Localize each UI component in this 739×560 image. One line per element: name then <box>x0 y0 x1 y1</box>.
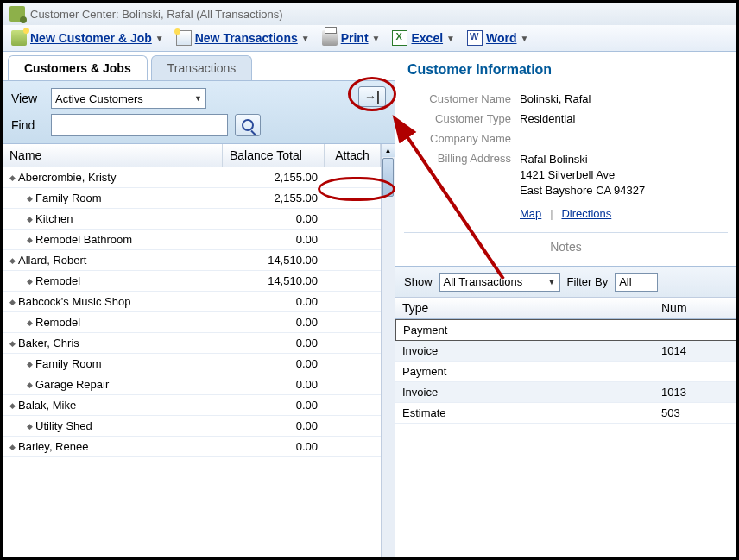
window-title: Customer Center: Bolinski, Rafal (All Tr… <box>30 8 283 21</box>
directions-link[interactable]: Directions <box>561 207 611 220</box>
main-toolbar: New Customer & Job ▼ New Transactions ▼ … <box>3 25 736 52</box>
view-select[interactable]: Active Customers ▼ <box>51 88 206 109</box>
dropdown-arrow-icon: ▼ <box>520 34 528 43</box>
dropdown-arrow-icon: ▼ <box>548 278 556 286</box>
diamond-icon: ◆ <box>9 401 16 410</box>
transaction-row[interactable]: Payment <box>395 319 736 341</box>
transaction-row[interactable]: Estimate503 <box>395 403 736 424</box>
transaction-row[interactable]: Invoice1013 <box>395 382 736 403</box>
customer-row[interactable]: ◆Family Room2,155.00 <box>3 188 381 209</box>
print-button[interactable]: Print ▼ <box>322 30 381 46</box>
diamond-icon: ◆ <box>27 318 33 327</box>
customer-row[interactable]: ◆Balak, Mike0.00 <box>3 395 381 416</box>
customer-row[interactable]: ◆Family Room0.00 <box>3 354 381 374</box>
label-customer-name: Customer Name <box>407 92 511 105</box>
new-customer-icon <box>11 30 27 46</box>
diamond-icon: ◆ <box>9 339 16 348</box>
customer-row[interactable]: ◆Garage Repair0.00 <box>3 374 381 395</box>
word-icon <box>467 30 483 46</box>
new-transaction-icon <box>176 30 192 46</box>
diamond-icon: ◆ <box>27 360 33 368</box>
diamond-icon: ◆ <box>9 256 16 265</box>
filter-by-select[interactable]: All <box>615 273 658 292</box>
customer-row[interactable]: ◆Utility Shed0.00 <box>3 416 381 437</box>
label-customer-type: Customer Type <box>407 112 511 125</box>
customer-list-header: Name Balance Total Attach <box>3 144 381 167</box>
dropdown-arrow-icon: ▼ <box>372 34 381 43</box>
app-icon <box>9 6 25 22</box>
diamond-icon: ◆ <box>27 215 33 223</box>
customer-row[interactable]: ◆Baker, Chris0.00 <box>3 333 381 354</box>
list-scrollbar[interactable]: ▲ <box>381 144 395 557</box>
left-tabs: Customers & Jobs Transactions <box>3 52 395 81</box>
col-type[interactable]: Type <box>395 298 654 318</box>
find-input[interactable] <box>51 114 228 136</box>
dropdown-arrow-icon: ▼ <box>446 34 455 43</box>
diamond-icon: ◆ <box>9 298 16 306</box>
diamond-icon: ◆ <box>27 236 33 244</box>
col-num[interactable]: Num <box>654 298 736 318</box>
label-billing-address: Billing Address <box>407 152 511 199</box>
word-button[interactable]: Word ▼ <box>467 30 528 46</box>
col-balance[interactable]: Balance Total <box>223 144 325 167</box>
dropdown-arrow-icon: ▼ <box>301 34 310 43</box>
tab-transactions[interactable]: Transactions <box>151 55 253 80</box>
collapse-arrow-icon: →| <box>364 90 380 104</box>
excel-button[interactable]: Excel ▼ <box>392 30 455 46</box>
diamond-icon: ◆ <box>9 443 16 451</box>
diamond-icon: ◆ <box>27 277 33 286</box>
filter-by-label: Filter By <box>567 275 609 288</box>
scroll-thumb[interactable] <box>382 158 394 197</box>
map-link[interactable]: Map <box>520 207 541 220</box>
customer-row[interactable]: ◆Remodel Bathroom0.00 <box>3 230 381 250</box>
diamond-icon: ◆ <box>27 194 33 203</box>
collapse-pane-button[interactable]: →| <box>358 86 386 107</box>
view-label: View <box>11 91 44 105</box>
customer-info-heading: Customer Information <box>395 59 736 85</box>
scroll-up-icon[interactable]: ▲ <box>382 144 395 157</box>
value-billing-address: Rafal Bolinski 1421 Silverbell Ave East … <box>520 152 724 199</box>
col-name[interactable]: Name <box>3 144 223 167</box>
diamond-icon: ◆ <box>27 422 33 431</box>
print-icon <box>322 30 338 46</box>
customer-row[interactable]: ◆Babcock's Music Shop0.00 <box>3 292 381 312</box>
transaction-row[interactable]: Invoice1014 <box>395 341 736 362</box>
value-customer-type: Residential <box>520 112 724 125</box>
customer-row[interactable]: ◆Remodel14,510.00 <box>3 271 381 292</box>
show-select[interactable]: All Transactions ▼ <box>439 273 560 292</box>
new-customer-button[interactable]: New Customer & Job ▼ <box>11 30 164 46</box>
find-search-button[interactable] <box>235 114 261 136</box>
find-label: Find <box>11 118 44 132</box>
customer-list[interactable]: Name Balance Total Attach ◆Abercrombie, … <box>3 144 381 557</box>
col-attach[interactable]: Attach <box>325 144 381 167</box>
show-label: Show <box>404 275 433 288</box>
tab-customers-jobs[interactable]: Customers & Jobs <box>8 55 148 80</box>
customer-row[interactable]: ◆Kitchen0.00 <box>3 209 381 230</box>
new-transactions-button[interactable]: New Transactions ▼ <box>176 30 310 46</box>
diamond-icon: ◆ <box>9 173 16 182</box>
notes-label: Notes <box>404 232 728 266</box>
window-titlebar: Customer Center: Bolinski, Rafal (All Tr… <box>3 3 736 25</box>
customer-row[interactable]: ◆Allard, Robert14,510.00 <box>3 250 381 271</box>
search-icon <box>242 119 254 131</box>
customer-row[interactable]: ◆Barley, Renee0.00 <box>3 437 381 457</box>
value-company-name <box>520 132 724 145</box>
customer-row[interactable]: ◆Abercrombie, Kristy2,155.00 <box>3 167 381 188</box>
transaction-header: Type Num <box>395 298 736 319</box>
excel-icon <box>392 30 407 46</box>
dropdown-arrow-icon: ▼ <box>155 34 164 43</box>
dropdown-arrow-icon: ▼ <box>194 94 202 103</box>
value-customer-name: Bolinski, Rafal <box>520 92 724 105</box>
customer-row[interactable]: ◆Remodel0.00 <box>3 312 381 333</box>
label-company-name: Company Name <box>407 132 511 145</box>
transaction-row[interactable]: Payment <box>395 362 736 382</box>
diamond-icon: ◆ <box>27 381 33 389</box>
